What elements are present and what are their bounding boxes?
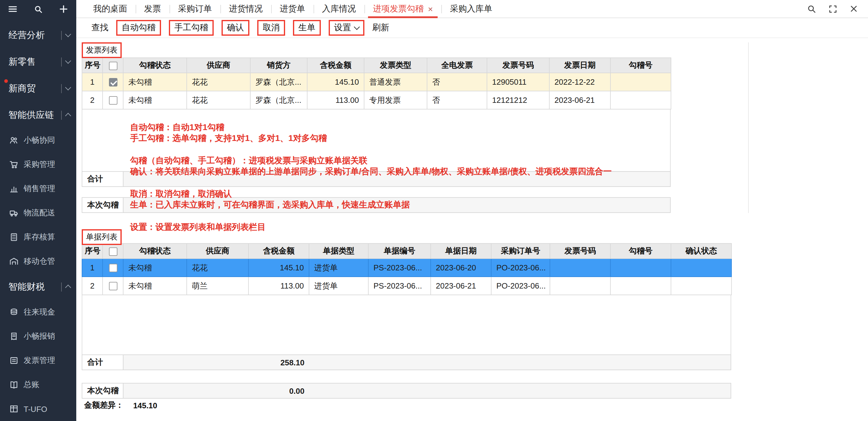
search-icon[interactable]: [807, 4, 816, 13]
cell-match-no: [611, 91, 671, 109]
find-button[interactable]: 查找: [91, 22, 108, 33]
confirm-button[interactable]: 确认: [221, 20, 249, 36]
row-checkbox[interactable]: [108, 78, 117, 87]
close-icon[interactable]: [849, 4, 858, 13]
col-po-number: 采购订单号: [491, 244, 550, 259]
sidebar-item-sales[interactable]: 销售管理: [0, 176, 76, 201]
settings-button[interactable]: 设置: [329, 20, 364, 36]
annotation-line: 自动勾稽：自动1对1勾稽: [130, 122, 612, 133]
col-invoice-type: 发票类型: [364, 58, 427, 73]
invoice-row[interactable]: 2 未勾稽 花花 罗森（北京... 113.00 专用发票 否 12121212…: [82, 91, 671, 109]
cancel-button[interactable]: 取消: [257, 20, 285, 36]
cell-e-invoice: 否: [427, 91, 487, 109]
sidebar-item-ledger[interactable]: 总账: [0, 373, 76, 397]
cell-seq: 1: [82, 73, 102, 91]
amount-difference-label: 金额差异：: [84, 400, 123, 411]
sidebar-item-cash[interactable]: 往来现金: [0, 300, 76, 324]
tab-my-desktop[interactable]: 我的桌面: [85, 0, 135, 18]
sidebar-section-new-retail[interactable]: 新零售: [0, 48, 76, 75]
sidebar-item-reimburse[interactable]: 小畅报销: [0, 324, 76, 348]
tab-incoming-status[interactable]: 进货情况: [220, 0, 271, 18]
tab-input-invoice-matching[interactable]: 进项发票勾稽 ×: [364, 0, 441, 18]
refresh-button[interactable]: 刷新: [372, 22, 389, 33]
col-select: [102, 58, 123, 73]
sidebar-section-smart-supply-chain[interactable]: 智能供应链: [0, 102, 76, 128]
section-controls: [61, 110, 70, 120]
cell-doc-date: 2023-06-21: [431, 277, 491, 295]
sidebar-search-icon[interactable]: [34, 4, 43, 13]
tab-inbound-status[interactable]: 入库情况: [314, 0, 364, 18]
row-checkbox[interactable]: [108, 264, 117, 272]
annotation-line: 设置：设置发票列表和单据列表栏目: [130, 222, 612, 233]
cell-match-status: 未勾稽: [123, 277, 187, 295]
select-all-checkbox[interactable]: [108, 248, 117, 256]
cell-invoice-number: [550, 259, 611, 277]
sidebar-item-procurement[interactable]: 采购管理: [0, 153, 76, 176]
tab-purchase-order[interactable]: 采购订单: [169, 0, 220, 18]
sidebar-item-warehouse[interactable]: 移动仓管: [0, 249, 76, 273]
sidebar-section-smart-finance[interactable]: 智能财税: [0, 273, 76, 300]
auto-match-button[interactable]: 自动勾稽: [116, 20, 161, 36]
doc-header-row: 序号 勾稽状态 供应商 含税金额 单据类型 单据编号 单据日期 采购订单号 发票…: [82, 244, 732, 259]
sidebar-section-new-trade[interactable]: 新商贸: [0, 75, 76, 102]
doc-row[interactable]: 2 未勾稽 萌兰 113.00 进货单 PS-2023-06... 2023-0…: [82, 277, 732, 295]
book-icon: [9, 380, 19, 390]
cell-doc-number: PS-2023-06...: [368, 259, 431, 277]
annotation-line: 勾稽（自动勾稽、手工勾稽）：进项税发票与采购立账单据关联: [130, 156, 612, 166]
menu-icon[interactable]: [8, 4, 18, 14]
doc-row-selected[interactable]: 1 未勾稽 花花 145.10 进货单 PS-2023-06... 2023-0…: [82, 259, 732, 277]
sidebar-item-label: 库存核算: [24, 232, 55, 242]
cell-match-no: [611, 73, 671, 91]
invoice-row[interactable]: 1 未勾稽 花花 罗森（北京... 145.10 普通发票 否 12905011…: [82, 73, 671, 91]
cell-amount: 113.00: [307, 91, 364, 109]
cell-doc-type: 进货单: [309, 277, 368, 295]
invoice-table: 序号 勾稽状态 供应商 销货方 含税金额 发票类型 全电发票 发票号码 发票日期…: [82, 58, 671, 109]
sidebar: 经营分析 新零售 新商贸 智能供应链 小畅协同 采购: [0, 0, 76, 421]
chevron-down-icon: [65, 85, 71, 90]
sidebar-item-invoice-mgmt[interactable]: 发票管理: [0, 348, 76, 373]
sidebar-item-tufo[interactable]: T-UFO: [0, 397, 76, 421]
cell-seq: 2: [82, 91, 102, 109]
col-invoice-date: 发票日期: [549, 58, 611, 73]
tab-invoice[interactable]: 发票: [135, 0, 169, 18]
sidebar-item-collaboration[interactable]: 小畅协同: [0, 128, 76, 153]
cell-select: [102, 277, 123, 295]
fullscreen-icon[interactable]: [828, 4, 838, 13]
annotation-line: 确认：将关联结果向采购立账单据的上游单据同步，采购订单/合同、采购入库单/物权、…: [130, 166, 612, 176]
chevron-down-icon: [354, 24, 360, 30]
select-all-checkbox[interactable]: [108, 62, 117, 70]
sidebar-item-inventory[interactable]: 库存核算: [0, 225, 76, 249]
tab-close-icon[interactable]: ×: [428, 4, 433, 13]
amount-difference-value: 145.10: [133, 401, 157, 410]
warehouse-icon: [9, 256, 19, 266]
settings-label: 设置: [334, 22, 351, 33]
cell-amount: 113.00: [248, 277, 309, 295]
doc-table-body-extension: [82, 295, 731, 354]
doc-list-title: 单据列表: [86, 232, 117, 241]
row-checkbox[interactable]: [108, 282, 117, 291]
section-controls: [61, 57, 70, 66]
annotation-notes: 自动勾稽：自动1对1勾稽 手工勾稽：选单勾稽，支持1对1、多对1、1对多勾稽 勾…: [130, 122, 612, 233]
tab-incoming-order[interactable]: 进货单: [271, 0, 314, 18]
cell-select: [102, 259, 123, 277]
tab-purchase-inbound-order[interactable]: 采购入库单: [441, 0, 501, 18]
cell-invoice-type: 专用发票: [364, 91, 427, 109]
current-match-amount: 0.00: [249, 384, 305, 398]
doc-current-match-row: 本次勾稽 0.00: [82, 383, 731, 399]
total-label: 合计: [82, 355, 123, 369]
manual-match-button[interactable]: 手工勾稽: [169, 20, 214, 36]
cell-invoice-number: 12121212: [487, 91, 549, 109]
cell-invoice-number: [550, 277, 611, 295]
app-window: 经营分析 新零售 新商贸 智能供应链 小畅协同 采购: [0, 0, 868, 421]
sidebar-section-business-analysis[interactable]: 经营分析: [0, 22, 76, 48]
panel-divider: [748, 42, 749, 213]
cell-confirm-status: [671, 259, 732, 277]
sidebar-item-logistics[interactable]: 物流配送: [0, 201, 76, 225]
section-controls: [61, 84, 70, 93]
add-icon[interactable]: [59, 4, 68, 14]
row-checkbox[interactable]: [108, 96, 117, 105]
sidebar-top-bar: [0, 0, 76, 18]
tab-label: 我的桌面: [93, 3, 127, 14]
col-doc-number: 单据编号: [368, 244, 431, 259]
generate-button[interactable]: 生单: [293, 20, 321, 36]
